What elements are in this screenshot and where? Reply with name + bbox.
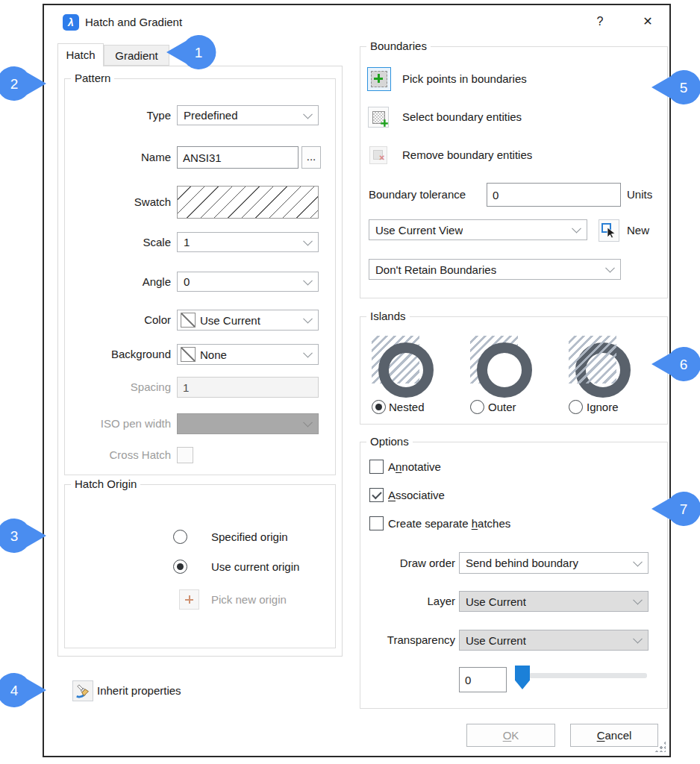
callout-4: 4 — [0, 672, 47, 708]
draw-order-label: Draw order — [360, 552, 455, 574]
spacing-input — [177, 377, 319, 398]
scale-label: Scale — [66, 232, 171, 252]
pick-new-origin-label: Pick new origin — [211, 589, 287, 610]
callout-2: 2 — [0, 66, 47, 101]
inherit-properties-label[interactable]: Inherit properties — [97, 680, 181, 701]
iso-pen-width-label: ISO pen width — [66, 413, 171, 434]
outer-donut-icon — [477, 342, 532, 398]
annotative-checkbox[interactable] — [369, 460, 384, 474]
nested-label[interactable]: Nested — [389, 400, 425, 414]
layer-dropdown[interactable]: Use Current — [459, 591, 649, 612]
create-separate-hatches-checkbox[interactable] — [369, 516, 384, 530]
chevron-down-icon — [572, 224, 581, 234]
iso-pen-width-dropdown — [177, 413, 319, 434]
svg-text:5: 5 — [680, 80, 688, 96]
dialog-title: Hatch and Gradient — [85, 16, 182, 28]
callout-6: 6 — [651, 346, 700, 382]
islands-ignore-thumbnail[interactable] — [569, 336, 616, 383]
tab-gradient[interactable]: Gradient — [104, 45, 169, 66]
pick-points-label[interactable]: Pick points in boundaries — [402, 67, 527, 91]
remove-boundary-icon: ✕ — [373, 150, 384, 160]
associative-label[interactable]: Associative — [388, 488, 445, 502]
callout-5: 5 — [651, 69, 700, 105]
chevron-down-icon — [303, 275, 313, 285]
angle-dropdown[interactable]: 0 — [177, 272, 319, 292]
layer-label: Layer — [360, 591, 455, 612]
spacing-label: Spacing — [66, 377, 171, 398]
outer-label[interactable]: Outer — [488, 400, 516, 414]
chevron-down-icon — [605, 263, 615, 273]
select-boundary-label[interactable]: Select boundary entities — [402, 107, 522, 128]
callout-3: 3 — [0, 518, 47, 554]
color-dropdown[interactable]: Use Current — [177, 310, 319, 331]
help-button[interactable]: ? — [587, 10, 613, 34]
background-swatch-icon — [181, 347, 196, 362]
specified-origin-radio[interactable] — [173, 530, 187, 544]
islands-outer-thumbnail[interactable] — [470, 336, 518, 383]
ignore-label[interactable]: Ignore — [587, 400, 619, 414]
associative-checkbox[interactable] — [369, 488, 384, 502]
options-legend: Options — [366, 435, 413, 448]
scale-dropdown[interactable]: 1 — [177, 232, 319, 252]
name-label: Name — [66, 146, 171, 169]
callout-7: 7 — [651, 491, 700, 527]
draw-order-dropdown[interactable]: Send behind boundary — [459, 552, 649, 574]
cross-hatch-checkbox — [177, 447, 193, 463]
type-label: Type — [66, 105, 171, 125]
pattern-name-input[interactable] — [177, 146, 299, 169]
tab-hatch[interactable]: Hatch — [57, 43, 104, 66]
new-boundary-set-label[interactable]: New — [627, 219, 649, 242]
nested-radio[interactable] — [372, 400, 386, 414]
transparency-dropdown[interactable]: Use Current — [459, 630, 649, 651]
svg-text:7: 7 — [680, 501, 688, 517]
new-boundary-set-button[interactable] — [599, 219, 619, 242]
svg-text:1: 1 — [195, 45, 203, 60]
chevron-down-icon — [303, 109, 313, 119]
boundary-set-dropdown[interactable]: Use Current View — [369, 219, 587, 240]
chevron-down-icon — [633, 634, 643, 644]
transparency-slider-track[interactable] — [529, 673, 647, 678]
boundaries-legend: Boundaries — [366, 40, 431, 52]
specified-origin-label[interactable]: Specified origin — [211, 530, 288, 544]
islands-legend: Islands — [366, 310, 410, 322]
pick-points-button[interactable] — [367, 67, 391, 91]
background-label: Background — [66, 344, 171, 365]
chevron-down-icon — [303, 348, 313, 358]
select-boundary-button[interactable] — [368, 107, 389, 128]
nested-donut-icon — [378, 342, 434, 398]
outer-radio[interactable] — [470, 400, 484, 414]
use-current-origin-label[interactable]: Use current origin — [211, 560, 299, 574]
crosshair-icon — [185, 595, 193, 604]
svg-text:6: 6 — [680, 357, 688, 372]
ignore-radio[interactable] — [569, 400, 583, 414]
pattern-swatch-preview — [177, 186, 319, 219]
callout-1: 1 — [166, 34, 216, 70]
type-dropdown[interactable]: Predefined — [177, 105, 319, 125]
svg-text:4: 4 — [10, 683, 19, 698]
app-logo-icon: λ — [63, 14, 79, 31]
browse-pattern-button[interactable]: ... — [301, 146, 321, 169]
annotative-label[interactable]: Annotative — [388, 460, 441, 474]
transparency-value-input[interactable] — [459, 667, 507, 692]
ok-button: OK — [466, 724, 555, 747]
close-button[interactable]: ✕ — [635, 10, 660, 34]
use-current-origin-radio[interactable] — [173, 560, 187, 574]
cancel-button[interactable]: Cancel — [570, 724, 658, 747]
color-swatch-icon — [181, 313, 196, 328]
create-separate-hatches-label[interactable]: Create separate hatches — [388, 516, 510, 530]
paintbrush-icon — [75, 683, 91, 699]
ignore-hatch-overlay — [569, 336, 616, 383]
retain-boundaries-dropdown[interactable]: Don't Retain Boundaries — [369, 259, 621, 280]
swatch-label: Swatch — [66, 186, 171, 219]
pattern-group-legend: Pattern — [71, 72, 114, 84]
islands-nested-thumbnail[interactable] — [372, 336, 419, 383]
boundary-tolerance-input[interactable] — [487, 183, 621, 207]
hatch-gradient-dialog: λ Hatch and Gradient ? ✕ Hatch Gradient … — [43, 4, 671, 757]
select-boundary-icon — [372, 111, 385, 124]
background-dropdown[interactable]: None — [177, 344, 319, 365]
options-group: Options — [360, 442, 668, 709]
new-boundary-set-icon — [601, 222, 617, 239]
chevron-down-icon — [303, 418, 313, 428]
inherit-properties-button[interactable] — [72, 680, 93, 701]
hatch-origin-legend: Hatch Origin — [71, 478, 140, 490]
